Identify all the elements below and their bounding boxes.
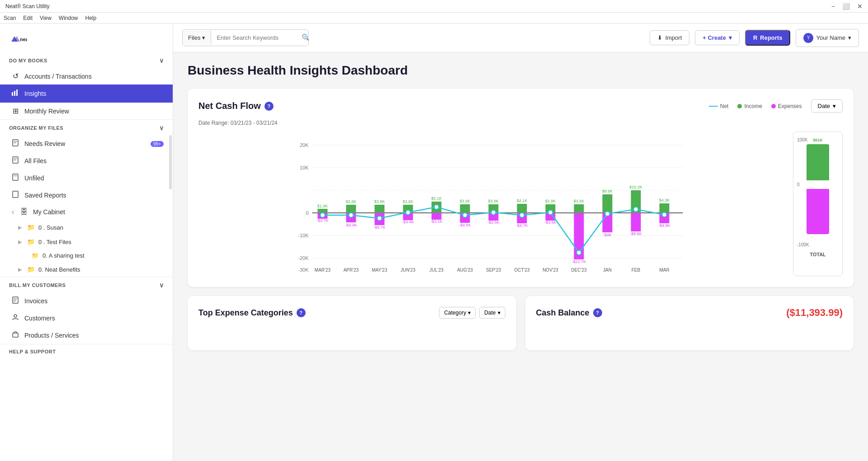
sidebar-item-customers[interactable]: Customers: [0, 310, 173, 327]
customers-label: Customers: [24, 315, 55, 322]
menu-bar: Scan Edit View Window Help: [0, 13, 868, 24]
svg-text:-$21.7K: -$21.7K: [572, 259, 586, 264]
svg-text:AUG'23: AUG'23: [457, 268, 473, 273]
username-button[interactable]: Y Your Name ▾: [796, 29, 859, 47]
svg-point-104: [491, 210, 496, 215]
sidebar: neat DO MY BOOKS ∨ ↺ Accounts / Transact…: [0, 24, 173, 461]
svg-point-102: [434, 205, 439, 209]
sidebar-item-monthly-review[interactable]: ⊞ Monthly Review: [0, 103, 173, 119]
svg-rect-68: [517, 204, 527, 213]
svg-text:MAY'23: MAY'23: [372, 268, 387, 273]
svg-rect-20: [13, 333, 18, 337]
top-expense-date-button[interactable]: Date ▾: [479, 307, 505, 319]
svg-text:-20K: -20K: [298, 255, 309, 261]
svg-text:$8.6K: $8.6K: [602, 189, 613, 193]
sidebar-item-insights[interactable]: Insights: [0, 85, 173, 103]
svg-text:JUL'23: JUL'23: [429, 268, 443, 273]
svg-text:-$3.1K: -$3.1K: [430, 219, 443, 224]
unfiled-label: Unfiled: [24, 174, 44, 182]
svg-rect-5: [16, 89, 18, 96]
top-expense-date-chevron: ▾: [498, 310, 500, 316]
customers-icon: [11, 314, 20, 323]
svg-point-100: [377, 216, 382, 221]
accounts-icon: ↺: [11, 72, 20, 80]
search-type-select[interactable]: Files ▾: [183, 31, 211, 45]
invoices-icon: [11, 296, 20, 306]
sidebar-item-needs-review[interactable]: Needs Review 99+: [0, 135, 173, 152]
title-bar: Neat® Scan Utility − ⬜ ✕: [0, 0, 868, 13]
sidebar-item-my-cabinet[interactable]: ∨ 🗄 My Cabinet: [0, 204, 173, 220]
test-files-expand[interactable]: ▶: [18, 239, 22, 245]
organize-files-header[interactable]: ORGANIZE MY FILES ∨: [0, 119, 173, 135]
susan-expand[interactable]: ▶: [18, 225, 22, 230]
sidebar-item-invoices[interactable]: Invoices: [0, 292, 173, 310]
chart-area: 20K 10K 0 -10K -20K -30K $1.9K -$2.7K: [198, 132, 843, 276]
legend-income: Income: [737, 103, 762, 109]
minimize-button[interactable]: −: [831, 3, 835, 10]
svg-text:-$4.4K: -$4.4K: [345, 223, 357, 227]
create-button[interactable]: + Create ▾: [695, 30, 740, 45]
svg-rect-14: [13, 191, 18, 198]
svg-text:JUN'23: JUN'23: [401, 268, 415, 273]
date-range-display: Date Range: 03/21/23 - 03/21/24: [198, 120, 843, 126]
svg-rect-58: [460, 204, 470, 213]
cash-balance-help-icon[interactable]: ?: [593, 308, 602, 317]
neat-benefits-label: 0. Neat Benefits: [38, 266, 80, 273]
top-expense-title: Top Expense Categories ?: [198, 308, 306, 318]
menu-help[interactable]: Help: [85, 15, 97, 21]
close-button[interactable]: ✕: [857, 3, 863, 10]
sharing-test-label: 0. A sharing test: [42, 252, 85, 259]
svg-text:$3.9K: $3.9K: [488, 199, 499, 203]
sidebar-sub-neat-benefits[interactable]: ▶ 📁 0. Neat Benefits: [0, 262, 173, 277]
search-input[interactable]: [211, 31, 298, 45]
date-filter-button[interactable]: Date ▾: [811, 99, 843, 113]
svg-rect-89: [631, 213, 641, 231]
neat-benefits-expand[interactable]: ▶: [18, 267, 22, 273]
sidebar-item-products-services[interactable]: Products / Services: [0, 327, 173, 344]
summary-income-label: $61K: [813, 138, 823, 142]
menu-view[interactable]: View: [40, 15, 52, 21]
my-cabinet-icon: 🗄: [19, 208, 28, 216]
svg-rect-43: [375, 205, 385, 213]
category-filter-button[interactable]: Category ▾: [439, 307, 476, 319]
bill-customers-header[interactable]: BILL MY CUSTOMERS ∨: [0, 277, 173, 292]
cash-balance-header: Cash Balance ? ($11,393.99): [536, 307, 843, 319]
sidebar-insights-label: Insights: [24, 90, 46, 97]
monthly-review-icon: ⊞: [11, 107, 20, 115]
svg-rect-78: [574, 204, 584, 213]
search-icon[interactable]: 🔍: [298, 30, 309, 46]
svg-point-105: [520, 213, 524, 217]
import-button[interactable]: ⬇ Import: [650, 30, 689, 45]
sidebar-sub-susan[interactable]: ▶ 📁 0 . Susan: [0, 220, 173, 235]
menu-window[interactable]: Window: [59, 15, 78, 21]
menu-edit[interactable]: Edit: [23, 15, 33, 21]
sidebar-sub-test-files[interactable]: ▶ 📁 0 . Test Files: [0, 235, 173, 249]
svg-text:APR'23: APR'23: [344, 268, 359, 273]
svg-text:10K: 10K: [300, 165, 309, 170]
sidebar-item-unfiled[interactable]: Unfiled: [0, 169, 173, 187]
top-expense-help-icon[interactable]: ?: [297, 308, 306, 317]
sidebar-item-saved-reports[interactable]: Saved Reports: [0, 187, 173, 204]
svg-text:-30K: -30K: [298, 267, 309, 273]
svg-rect-12: [13, 174, 18, 180]
my-cabinet-expand-arrow[interactable]: ∨: [11, 209, 15, 215]
window-controls[interactable]: − ⬜ ✕: [831, 3, 863, 10]
svg-text:-$4.5K: -$4.5K: [459, 223, 471, 227]
svg-text:neat: neat: [20, 37, 27, 42]
svg-rect-83: [603, 194, 613, 213]
svg-text:-$3.5K: -$3.5K: [487, 220, 500, 225]
sidebar-item-accounts[interactable]: ↺ Accounts / Transactions: [0, 68, 173, 85]
help-support-header[interactable]: HELP & SUPPORT: [0, 344, 173, 358]
net-cash-flow-help-icon[interactable]: ?: [264, 102, 274, 111]
do-my-books-header[interactable]: DO MY BOOKS ∨: [0, 52, 173, 68]
svg-text:$3.8K: $3.8K: [403, 199, 414, 204]
maximize-button[interactable]: ⬜: [842, 3, 850, 10]
menu-scan[interactable]: Scan: [4, 15, 16, 21]
reports-button[interactable]: R Reports: [745, 30, 791, 46]
sidebar-sub-sharing-test[interactable]: 📁 0. A sharing test: [0, 249, 173, 262]
svg-text:-10K: -10K: [298, 233, 309, 238]
legend-expenses-dot: [771, 104, 776, 108]
sidebar-item-all-files[interactable]: All Files: [0, 152, 173, 169]
svg-text:0: 0: [306, 210, 308, 216]
import-label: Import: [665, 34, 682, 41]
